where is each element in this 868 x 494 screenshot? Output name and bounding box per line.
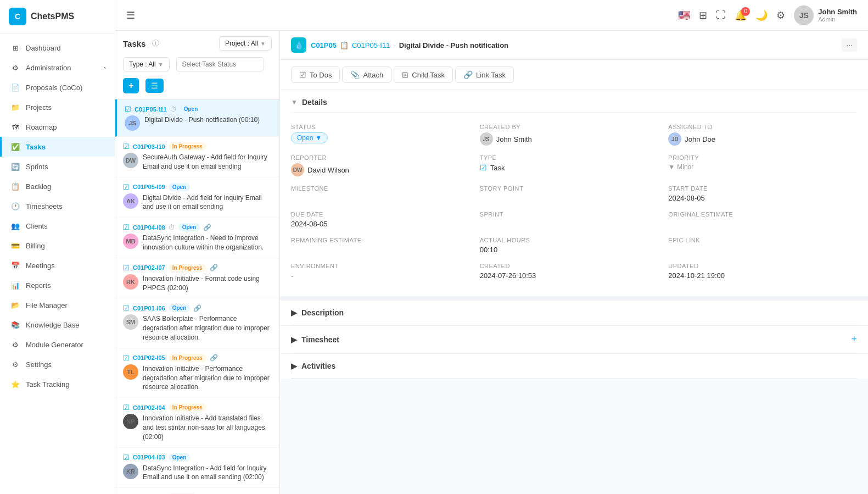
detail-more-button[interactable]: ··· xyxy=(842,38,857,52)
detail-topbar: 💧 C01P05 📋 C01P05-I11 - Digital Divide -… xyxy=(280,31,868,60)
sidebar-item-clients[interactable]: 👥 Clients xyxy=(0,216,115,236)
tab-todos[interactable]: ☑ To Dos xyxy=(291,66,340,83)
timesheet-add-icon[interactable]: + xyxy=(851,334,857,345)
backlog-nav-label: Backlog xyxy=(26,182,51,191)
field-created-by: Created By JS John Smith xyxy=(480,120,669,151)
task-item[interactable]: ☑ C01P02-I07 In Progress 🔗 RK Innovation… xyxy=(115,258,279,299)
sidebar-item-file-manager[interactable]: 📂 File Manager xyxy=(0,295,115,315)
task-item-header: ☑ C01P02-I04 In Progress xyxy=(123,403,272,412)
info-icon[interactable]: ⓘ xyxy=(152,38,159,48)
details-toggle-arrow: ▼ xyxy=(291,98,298,106)
status-search-input[interactable] xyxy=(176,57,264,71)
sidebar-item-module-generator[interactable]: ⚙ Module Generator xyxy=(0,335,115,354)
task-item-body: DW SecureAuth Gateway - Add field for In… xyxy=(123,153,272,171)
updated-value: 2024-10-21 19:00 xyxy=(668,271,857,280)
hamburger-icon[interactable]: ☰ xyxy=(126,9,135,21)
breadcrumb-project-id[interactable]: C01P05 xyxy=(311,41,337,49)
flag-icon[interactable]: 🇺🇸 xyxy=(678,9,690,21)
timesheet-header-left: ▶ Timesheet xyxy=(291,335,339,344)
logo[interactable]: C ChetsPMS xyxy=(0,0,115,34)
activities-header[interactable]: ▶ Activities xyxy=(291,354,857,379)
task-item-body: JS Digital Divide - Push notification (0… xyxy=(125,115,272,131)
breadcrumb-task-id[interactable]: C01P05-I11 xyxy=(352,41,390,49)
priority-text: Minor xyxy=(677,163,693,171)
view-toggle-button[interactable]: ☰ xyxy=(145,79,164,93)
timer-icon: ⏱ xyxy=(169,224,175,231)
sidebar-item-projects[interactable]: 📁 Projects xyxy=(0,97,115,117)
field-assigned-to: Assigned To JD John Doe xyxy=(668,120,857,151)
project-filter-label: Project : All xyxy=(225,40,258,47)
apps-icon[interactable]: ⊞ xyxy=(699,9,707,21)
task-item[interactable]: ☑ C01P01-I06 Open 🔗 SM SAAS Boilerplate … xyxy=(115,298,279,348)
timesheet-header[interactable]: ▶ Timesheet + xyxy=(291,326,857,353)
user-avatar[interactable]: JS John Smith Admin xyxy=(794,5,857,25)
environment-value: - xyxy=(291,271,480,280)
tab-link-task[interactable]: 🔗 Link Task xyxy=(455,66,514,83)
task-status-badge: Open xyxy=(169,304,191,312)
file-manager-nav-icon: 📂 xyxy=(10,300,20,310)
sidebar-item-reports[interactable]: 📊 Reports xyxy=(0,275,115,295)
dashboard-nav-label: Dashboard xyxy=(26,44,61,52)
sidebar-item-billing[interactable]: 💳 Billing xyxy=(0,236,115,256)
project-filter[interactable]: Project : All ▼ xyxy=(219,36,272,51)
sidebar-item-backlog[interactable]: 📋 Backlog xyxy=(0,176,115,196)
task-item[interactable]: ☑ C01P05-I09 Open AK Digital Divide - Ad… xyxy=(115,177,279,218)
details-section-toggle[interactable]: ▼ Details xyxy=(291,90,857,113)
sidebar-item-task-tracking[interactable]: ⭐ Task Tracking xyxy=(0,374,115,394)
sidebar-item-timesheets[interactable]: 🕐 Timesheets xyxy=(0,196,115,216)
sidebar-item-administration[interactable]: ⚙ Administration › xyxy=(0,58,115,77)
fullscreen-icon[interactable]: ⛶ xyxy=(716,9,726,21)
task-item-header: ☑ C01P04-I08 ⏱ Open 🔗 xyxy=(123,223,272,231)
type-filter-label: Type : All xyxy=(129,60,156,68)
remaining-estimate-label: Remaining Estimate xyxy=(291,237,480,243)
settings-icon[interactable]: ⚙ xyxy=(776,9,785,21)
knowledge-base-nav-label: Knowledge Base xyxy=(26,321,80,329)
activities-label: Activities xyxy=(301,362,335,370)
sidebar-item-sprints[interactable]: 🔄 Sprints xyxy=(0,157,115,176)
task-avatar: JS xyxy=(125,115,140,131)
task-item-header: ☑ C01P02-I05 In Progress 🔗 xyxy=(123,354,272,362)
sidebar-item-dashboard[interactable]: ⊞ Dashboard xyxy=(0,38,115,58)
task-item[interactable]: ☑ C01P02-I05 In Progress 🔗 TL Innovation… xyxy=(115,348,279,398)
tasks-nav-label: Tasks xyxy=(26,143,46,151)
task-item[interactable]: ☑ C01P04-I08 ⏱ Open 🔗 MB DataSync Integr… xyxy=(115,218,279,258)
story-point-label: Story Point xyxy=(480,185,669,192)
field-remaining-estimate: Remaining Estimate xyxy=(291,234,480,259)
reporter-label: Reporter xyxy=(291,154,480,161)
task-item[interactable]: ☑ C01P03-I10 In Progress DW SecureAuth G… xyxy=(115,137,279,177)
notification-icon[interactable]: 🔔 0 xyxy=(735,9,747,21)
tab-child-task[interactable]: ⊞ Child Task xyxy=(394,66,453,83)
type-filter[interactable]: Type : All ▼ xyxy=(123,57,170,71)
description-header[interactable]: ▶ Description xyxy=(291,301,857,325)
task-item-header: ☑ C01P05-I09 Open xyxy=(123,183,272,191)
task-item[interactable]: ☑ C01P02-I04 In Progress NP Innovation I… xyxy=(115,398,279,447)
task-item[interactable]: ☑ C01P05-I11 ⏱ Open JS Digital Divide - … xyxy=(115,99,279,137)
task-item[interactable]: ☑ C01P03-I02 On Hold JM SecureAuth Gatew… xyxy=(115,488,279,494)
task-item-body: MB DataSync Integration - Need to improv… xyxy=(123,234,272,252)
tab-child-task-label: Child Task xyxy=(412,71,445,79)
task-item[interactable]: ☑ C01P04-I03 Open KR DataSync Integratio… xyxy=(115,448,279,489)
sidebar-item-knowledge-base[interactable]: 📚 Knowledge Base xyxy=(0,315,115,335)
module-generator-nav-label: Module Generator xyxy=(26,341,83,349)
updated-label: Updated xyxy=(668,263,857,269)
milestone-label: Milestone xyxy=(291,185,480,192)
status-badge[interactable]: Open ▼ xyxy=(291,132,328,143)
task-item-body: AK Digital Divide - Add field for Inquir… xyxy=(123,193,272,212)
settings-nav-label: Settings xyxy=(26,360,52,369)
sidebar-item-proposals[interactable]: 📄 Proposals (CoCo) xyxy=(0,77,115,97)
status-value: Open ▼ xyxy=(291,132,480,143)
field-sprint: Sprint xyxy=(480,208,669,234)
sidebar-item-tasks[interactable]: ✅ Tasks xyxy=(0,137,115,157)
add-task-button[interactable]: + xyxy=(123,78,139,93)
clients-nav-label: Clients xyxy=(26,222,48,230)
sidebar-item-roadmap[interactable]: 🗺 Roadmap xyxy=(0,117,115,137)
sidebar-item-meetings[interactable]: 📅 Meetings xyxy=(0,256,115,275)
todos-icon: ☑ xyxy=(299,70,306,79)
tab-attach[interactable]: 📎 Attach xyxy=(342,66,391,83)
created-by-value: JS John Smith xyxy=(480,132,669,146)
sidebar-item-settings[interactable]: ⚙ Settings xyxy=(0,354,115,374)
actual-hours-value: 00:10 xyxy=(480,246,669,254)
field-milestone: Milestone xyxy=(291,182,480,208)
theme-icon[interactable]: 🌙 xyxy=(755,9,768,21)
topbar-icons: 🇺🇸 ⊞ ⛶ 🔔 0 🌙 ⚙ JS John Smith Admin xyxy=(678,5,857,25)
